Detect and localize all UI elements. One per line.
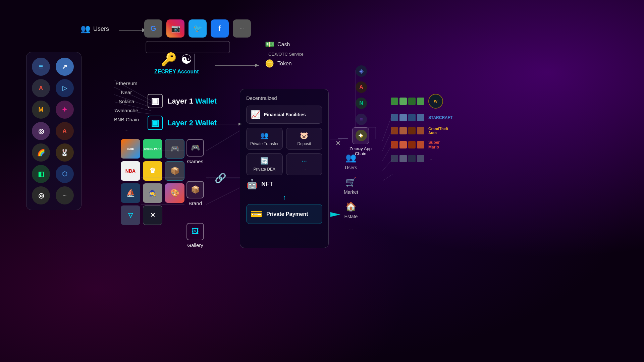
chess-icon[interactable]: ♛ xyxy=(143,161,162,181)
users-label: Users xyxy=(93,25,109,33)
sc-block-2 xyxy=(399,114,407,121)
sc-block-3 xyxy=(408,114,416,121)
wallet-icon-pink[interactable]: ✦ xyxy=(56,101,74,119)
wallet-icon-more[interactable]: ··· xyxy=(56,186,74,204)
games-icon: 🎮 xyxy=(186,139,204,157)
payment-icon: 💳 xyxy=(251,208,262,220)
wallet-icon-green[interactable]: ◧ xyxy=(32,165,50,183)
chain-box-icon: ✦ xyxy=(352,127,369,144)
deposit-item[interactable]: 🐷 Deposit xyxy=(286,128,323,150)
gallery-icon: 🖼 xyxy=(186,223,204,240)
categories-section: 🎮 Games 📦 Brand 🖼 Gallery xyxy=(186,139,204,265)
cash-item: 💵 Cash xyxy=(265,40,304,49)
chain-more-feat: ... xyxy=(344,226,358,231)
financial-label: Financial Facilities xyxy=(264,112,306,117)
facebook-icon[interactable]: f xyxy=(211,19,229,38)
nft-section[interactable]: 🤖 NFT xyxy=(246,179,322,190)
chains-list: Ethereum Near Solana Avalanche BNB Chain… xyxy=(114,79,139,133)
games-ctrl-icon[interactable]: 🎮 xyxy=(165,139,184,159)
twitter-icon[interactable]: 🐦 xyxy=(189,19,207,38)
x-social-icon[interactable]: ✕ xyxy=(143,205,162,225)
mario-block-1 xyxy=(391,141,398,148)
chain-estate-feat[interactable]: 🏠 Estate xyxy=(344,201,358,219)
zecrey-account-icons: 🔑 ☯ xyxy=(154,52,199,67)
wallet-icon-arcana[interactable]: A xyxy=(32,79,50,97)
gta-block-3 xyxy=(408,127,416,134)
sc-blocks xyxy=(391,114,424,121)
starcraft-label: STARCRAFT xyxy=(428,115,452,120)
mario-block-3 xyxy=(408,141,416,148)
wallet-icon-starknet[interactable]: ↗ xyxy=(56,58,74,76)
svg-line-22 xyxy=(206,188,240,204)
left-wallet-panel: ≡ ↗ A ▷ M ✦ ◎ A 🌈 🐰 ◧ ⬡ ◎ ··· xyxy=(26,52,82,210)
greenpark-icon[interactable]: GREEN PARK xyxy=(143,139,162,159)
opensea-icon[interactable]: ⛵ xyxy=(121,183,140,203)
chain-users-label: Users xyxy=(345,165,357,170)
art-icon[interactable]: 🎨 xyxy=(165,183,184,203)
token-icon: 🪙 xyxy=(265,59,274,68)
wallet-icon-help[interactable]: ◎ xyxy=(32,186,50,204)
avatar-icon[interactable]: 🧙 xyxy=(143,183,162,203)
eth-right-icon: ◈ xyxy=(356,65,367,77)
more-block-3 xyxy=(408,155,416,162)
private-payment-section[interactable]: 💳 Private Payment xyxy=(246,204,322,224)
wow-block-2 xyxy=(399,98,407,105)
chain-market-label: Market xyxy=(344,189,358,195)
more-decentral-item[interactable]: ··· ... xyxy=(286,153,323,175)
zecrey-app-chain: ✦ Zecrey App Chain xyxy=(344,127,377,156)
gallery-category[interactable]: 🖼 Gallery xyxy=(186,223,204,248)
brand-box-icon[interactable]: 📦 xyxy=(165,161,184,181)
wallet-icon-hex[interactable]: ⬡ xyxy=(56,165,74,183)
google-icon[interactable]: G xyxy=(144,19,162,38)
zecrey-account-label: ZECREY Account xyxy=(154,69,199,75)
mario-row: SuperMario xyxy=(391,140,452,149)
wallet-icon-gradient[interactable]: 🌈 xyxy=(32,143,50,162)
more-games-row: ... xyxy=(391,155,452,162)
brand-category[interactable]: 📦 Brand xyxy=(186,181,204,206)
transfer-label: Private Transfer xyxy=(250,141,279,146)
layer1-wallet[interactable]: ▣ Layer 1 Wallet xyxy=(148,94,217,108)
layer2-wallet[interactable]: ▣ Layer 2 Wallet xyxy=(148,116,217,130)
wallet-icon-monero[interactable]: M xyxy=(32,101,50,119)
chain-market-feat[interactable]: 🛒 Market xyxy=(344,177,358,195)
nba-icon[interactable]: NBA xyxy=(121,161,140,181)
cash-icon: 💵 xyxy=(265,40,274,49)
more-blocks xyxy=(391,155,424,162)
wallet-icon-arrow[interactable]: ▷ xyxy=(56,79,74,97)
layer2-icon: ▣ xyxy=(148,116,163,130)
deposit-icon: 🐷 xyxy=(300,131,308,139)
key-icon: 🔑 xyxy=(161,52,177,67)
chain-users-feat[interactable]: 👥 Users xyxy=(344,153,358,170)
private-transfer-item[interactable]: 👥 Private Transfer xyxy=(246,128,283,150)
financial-facilities-item[interactable]: 📈 Financial Facilities xyxy=(246,106,322,124)
apps-icons-section: AXIE GREEN PARK 🎮 NBA ♛ 📦 ⛵ 🧙 🎨 xyxy=(121,139,184,225)
wow-block-4 xyxy=(417,98,424,105)
wallet-icon-avax[interactable]: A xyxy=(56,122,74,140)
wallet-icon-stacks[interactable]: ≡ xyxy=(32,58,50,76)
wallet-icon-circle[interactable]: ◎ xyxy=(32,122,50,140)
more-decentral-icon: ··· xyxy=(301,157,307,165)
mario-label: SuperMario xyxy=(428,140,440,149)
instagram-icon[interactable]: 📷 xyxy=(166,19,184,38)
games-category[interactable]: 🎮 Games xyxy=(186,139,204,164)
wallet-icon-rabbit[interactable]: 🐰 xyxy=(56,143,74,162)
yearn-icon[interactable]: ▽ xyxy=(121,205,140,225)
gta-label: GrandTheftAuto xyxy=(428,127,448,135)
chain-more: ... xyxy=(114,124,139,133)
nft-up-arrow: ↑ xyxy=(246,194,322,201)
decentralized-title: Decentralized xyxy=(246,95,322,101)
gta-block-2 xyxy=(399,127,407,134)
chain-market-icon: 🛒 xyxy=(345,177,356,187)
layer1-icon: ▣ xyxy=(148,94,163,108)
more-social-icon[interactable]: ··· xyxy=(233,19,251,38)
starcraft-row: STARCRAFT xyxy=(391,114,452,121)
private-dex-item[interactable]: 🔄 Private DEX xyxy=(246,153,283,175)
axie-icon[interactable]: AXIE xyxy=(121,139,140,159)
brand-label: Brand xyxy=(189,200,202,206)
cex-section: 💵 Cash CEX/OTC Service 🪙 Token xyxy=(265,40,304,71)
layer-wallets-section: ▣ Layer 1 Wallet ▣ Layer 2 Wallet xyxy=(148,94,217,137)
wow-blocks xyxy=(391,98,424,105)
chain-near: Near xyxy=(114,88,139,97)
mario-blocks xyxy=(391,141,424,148)
deposit-label: Deposit xyxy=(297,141,311,146)
